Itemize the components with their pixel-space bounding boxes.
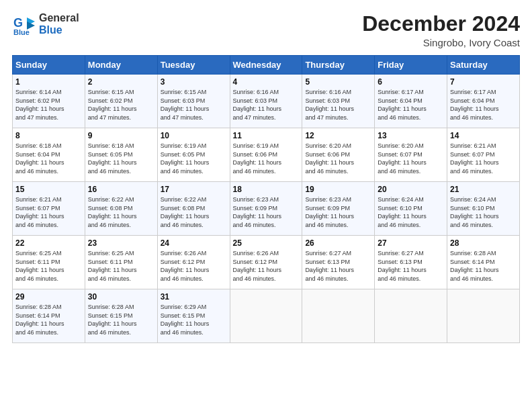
week-row-1: 1Sunrise: 6:14 AM Sunset: 6:02 PM Daylig…	[13, 75, 520, 128]
day-info: Sunrise: 6:24 AM Sunset: 6:10 PM Dayligh…	[450, 195, 517, 229]
day-info: Sunrise: 6:28 AM Sunset: 6:14 PM Dayligh…	[15, 303, 82, 336]
day-info: Sunrise: 6:15 AM Sunset: 6:02 PM Dayligh…	[88, 88, 154, 122]
header: G Blue General Blue December 2024 Singro…	[12, 12, 520, 48]
week-row-4: 22Sunrise: 6:25 AM Sunset: 6:11 PM Dayli…	[13, 236, 520, 289]
day-info: Sunrise: 6:17 AM Sunset: 6:04 PM Dayligh…	[450, 88, 517, 122]
logo-line1: General	[39, 12, 79, 24]
day-number: 17	[161, 185, 227, 194]
day-cell: 19Sunrise: 6:23 AM Sunset: 6:09 PM Dayli…	[302, 182, 375, 236]
day-number: 1	[15, 77, 82, 87]
day-cell: 22Sunrise: 6:25 AM Sunset: 6:11 PM Dayli…	[13, 236, 85, 289]
header-row: SundayMondayTuesdayWednesdayThursdayFrid…	[13, 56, 520, 75]
day-number: 26	[305, 238, 371, 248]
day-info: Sunrise: 6:26 AM Sunset: 6:12 PM Dayligh…	[233, 249, 300, 283]
logo: G Blue General Blue	[12, 12, 79, 36]
day-number: 14	[450, 131, 517, 140]
day-info: Sunrise: 6:18 AM Sunset: 6:04 PM Dayligh…	[15, 142, 82, 175]
day-cell: 6Sunrise: 6:17 AM Sunset: 6:04 PM Daylig…	[375, 75, 447, 128]
day-info: Sunrise: 6:23 AM Sunset: 6:09 PM Dayligh…	[233, 195, 300, 229]
day-number: 15	[15, 185, 82, 194]
day-number: 30	[88, 292, 154, 302]
day-cell: 5Sunrise: 6:16 AM Sunset: 6:03 PM Daylig…	[302, 75, 375, 128]
day-info: Sunrise: 6:20 AM Sunset: 6:07 PM Dayligh…	[378, 142, 444, 175]
logo-icon: G Blue	[12, 12, 36, 36]
location: Singrobo, Ivory Coast	[362, 37, 520, 48]
day-number: 18	[233, 185, 300, 194]
week-row-2: 8Sunrise: 6:18 AM Sunset: 6:04 PM Daylig…	[13, 128, 520, 182]
day-info: Sunrise: 6:19 AM Sunset: 6:06 PM Dayligh…	[233, 142, 300, 175]
day-number: 8	[15, 131, 82, 140]
day-cell: 7Sunrise: 6:17 AM Sunset: 6:04 PM Daylig…	[447, 75, 520, 128]
header-day-monday: Monday	[85, 56, 157, 75]
day-cell: 20Sunrise: 6:24 AM Sunset: 6:10 PM Dayli…	[375, 182, 447, 236]
day-info: Sunrise: 6:22 AM Sunset: 6:08 PM Dayligh…	[161, 195, 227, 229]
day-cell: 27Sunrise: 6:27 AM Sunset: 6:13 PM Dayli…	[375, 236, 447, 289]
day-cell: 4Sunrise: 6:16 AM Sunset: 6:03 PM Daylig…	[230, 75, 302, 128]
day-number: 6	[378, 77, 444, 87]
day-number: 4	[233, 77, 300, 87]
day-cell: 23Sunrise: 6:25 AM Sunset: 6:11 PM Dayli…	[85, 236, 157, 289]
day-number: 10	[161, 131, 227, 140]
day-info: Sunrise: 6:16 AM Sunset: 6:03 PM Dayligh…	[305, 88, 371, 122]
calendar: SundayMondayTuesdayWednesdayThursdayFrid…	[12, 55, 520, 343]
day-cell: 31Sunrise: 6:29 AM Sunset: 6:15 PM Dayli…	[157, 289, 230, 343]
day-cell: 8Sunrise: 6:18 AM Sunset: 6:04 PM Daylig…	[13, 128, 85, 182]
calendar-body: 1Sunrise: 6:14 AM Sunset: 6:02 PM Daylig…	[13, 75, 520, 343]
day-cell: 24Sunrise: 6:26 AM Sunset: 6:12 PM Dayli…	[157, 236, 230, 289]
svg-text:Blue: Blue	[13, 28, 30, 36]
day-info: Sunrise: 6:28 AM Sunset: 6:14 PM Dayligh…	[450, 249, 517, 283]
day-cell	[375, 289, 447, 343]
day-number: 12	[305, 131, 371, 140]
day-number: 13	[378, 131, 444, 140]
day-number: 22	[15, 238, 82, 248]
day-info: Sunrise: 6:28 AM Sunset: 6:15 PM Dayligh…	[88, 303, 154, 336]
day-info: Sunrise: 6:29 AM Sunset: 6:15 PM Dayligh…	[161, 303, 227, 336]
day-number: 29	[15, 292, 82, 302]
header-day-wednesday: Wednesday	[230, 56, 302, 75]
day-cell: 17Sunrise: 6:22 AM Sunset: 6:08 PM Dayli…	[157, 182, 230, 236]
day-cell: 3Sunrise: 6:15 AM Sunset: 6:03 PM Daylig…	[157, 75, 230, 128]
day-info: Sunrise: 6:25 AM Sunset: 6:11 PM Dayligh…	[88, 249, 154, 283]
day-number: 9	[88, 131, 154, 140]
day-info: Sunrise: 6:25 AM Sunset: 6:11 PM Dayligh…	[15, 249, 82, 283]
day-cell: 14Sunrise: 6:21 AM Sunset: 6:07 PM Dayli…	[447, 128, 520, 182]
day-cell: 26Sunrise: 6:27 AM Sunset: 6:13 PM Dayli…	[302, 236, 375, 289]
day-info: Sunrise: 6:19 AM Sunset: 6:05 PM Dayligh…	[161, 142, 227, 175]
header-day-saturday: Saturday	[447, 56, 520, 75]
day-cell: 11Sunrise: 6:19 AM Sunset: 6:06 PM Dayli…	[230, 128, 302, 182]
day-info: Sunrise: 6:23 AM Sunset: 6:09 PM Dayligh…	[305, 195, 371, 229]
day-number: 2	[88, 77, 154, 87]
day-number: 11	[233, 131, 300, 140]
month-year: December 2024	[362, 12, 520, 36]
logo-line2: Blue	[39, 24, 79, 36]
day-number: 21	[450, 185, 517, 194]
week-row-5: 29Sunrise: 6:28 AM Sunset: 6:14 PM Dayli…	[13, 289, 520, 343]
svg-text:G: G	[13, 16, 23, 30]
day-number: 3	[161, 77, 227, 87]
day-info: Sunrise: 6:27 AM Sunset: 6:13 PM Dayligh…	[378, 249, 444, 283]
day-cell: 15Sunrise: 6:21 AM Sunset: 6:07 PM Dayli…	[13, 182, 85, 236]
day-info: Sunrise: 6:21 AM Sunset: 6:07 PM Dayligh…	[15, 195, 82, 229]
day-cell: 16Sunrise: 6:22 AM Sunset: 6:08 PM Dayli…	[85, 182, 157, 236]
logo-text: General Blue	[39, 12, 79, 36]
day-info: Sunrise: 6:26 AM Sunset: 6:12 PM Dayligh…	[161, 249, 227, 283]
day-info: Sunrise: 6:22 AM Sunset: 6:08 PM Dayligh…	[88, 195, 154, 229]
day-info: Sunrise: 6:24 AM Sunset: 6:10 PM Dayligh…	[378, 195, 444, 229]
title-block: December 2024 Singrobo, Ivory Coast	[362, 12, 520, 48]
header-day-friday: Friday	[375, 56, 447, 75]
day-number: 23	[88, 238, 154, 248]
header-day-sunday: Sunday	[13, 56, 85, 75]
day-number: 5	[305, 77, 371, 87]
day-cell	[302, 289, 375, 343]
day-info: Sunrise: 6:18 AM Sunset: 6:05 PM Dayligh…	[88, 142, 154, 175]
day-cell: 18Sunrise: 6:23 AM Sunset: 6:09 PM Dayli…	[230, 182, 302, 236]
day-number: 31	[161, 292, 227, 302]
day-info: Sunrise: 6:27 AM Sunset: 6:13 PM Dayligh…	[305, 249, 371, 283]
day-cell: 1Sunrise: 6:14 AM Sunset: 6:02 PM Daylig…	[13, 75, 85, 128]
day-number: 27	[378, 238, 444, 248]
day-cell: 30Sunrise: 6:28 AM Sunset: 6:15 PM Dayli…	[85, 289, 157, 343]
day-cell	[447, 289, 520, 343]
day-info: Sunrise: 6:21 AM Sunset: 6:07 PM Dayligh…	[450, 142, 517, 175]
day-cell: 13Sunrise: 6:20 AM Sunset: 6:07 PM Dayli…	[375, 128, 447, 182]
day-info: Sunrise: 6:17 AM Sunset: 6:04 PM Dayligh…	[378, 88, 444, 122]
